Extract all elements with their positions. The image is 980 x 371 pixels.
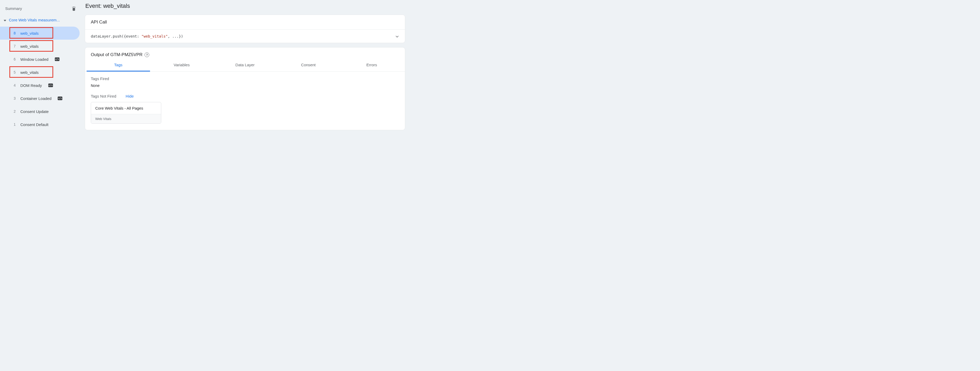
tags-not-fired-row: Tags Not Fired Hide xyxy=(91,94,399,98)
summary-row[interactable]: Summary xyxy=(0,3,82,14)
output-tabs: TagsVariablesData LayerConsentErrors xyxy=(85,59,405,72)
event-name: Container Loaded xyxy=(20,96,51,101)
api-call-code: dataLayer.push({event: "web_vitals", ...… xyxy=(91,34,183,38)
event-number: 3 xyxy=(13,96,16,100)
summary-label: Summary xyxy=(5,6,22,11)
sidebar: Summary Core Web Vitals measurem... 8web… xyxy=(0,0,82,154)
event-item[interactable]: 8web_vitals xyxy=(0,27,80,40)
tab-errors[interactable]: Errors xyxy=(340,59,403,72)
event-number: 7 xyxy=(13,44,16,48)
event-item[interactable]: 6Window Loaded</> xyxy=(0,53,80,66)
event-item[interactable]: 5web_vitals xyxy=(0,66,80,79)
caret-down-icon xyxy=(4,19,6,21)
api-code-suffix: , ...}) xyxy=(168,34,183,38)
event-item[interactable]: 1Consent Default xyxy=(0,118,80,131)
output-card: Output of GTM-PMZ5VPR ? TagsVariablesDat… xyxy=(85,47,405,130)
output-title: Output of GTM-PMZ5VPR xyxy=(91,52,142,57)
not-fired-tag-title: Core Web Vitals - All Pages xyxy=(91,102,161,114)
tags-fired-value: None xyxy=(91,83,399,88)
sidebar-group[interactable]: Core Web Vitals measurem... xyxy=(0,14,82,25)
event-name: web_vitals xyxy=(20,70,39,75)
api-code-prefix: dataLayer.push({event: xyxy=(91,34,142,38)
page-title-event: web_vitals xyxy=(103,3,130,9)
event-item[interactable]: 4DOM Ready</> xyxy=(0,79,80,92)
event-item[interactable]: 3Container Loaded</> xyxy=(0,92,80,105)
event-list: 8web_vitals7web_vitals6Window Loaded</>5… xyxy=(0,25,82,131)
tab-tags[interactable]: Tags xyxy=(87,59,150,72)
output-header: Output of GTM-PMZ5VPR ? xyxy=(85,48,405,59)
api-code-string: "web_vitals" xyxy=(142,34,168,38)
event-name: web_vitals xyxy=(20,44,39,49)
tab-consent[interactable]: Consent xyxy=(277,59,340,72)
tab-data-layer[interactable]: Data Layer xyxy=(213,59,277,72)
event-name: Consent Update xyxy=(20,109,49,114)
main-content: Event: web_vitals API Call dataLayer.pus… xyxy=(82,0,408,154)
chevron-down-icon[interactable] xyxy=(395,34,399,38)
event-item[interactable]: 2Consent Update xyxy=(0,105,80,118)
output-title-prefix: Output of xyxy=(91,52,110,57)
tags-not-fired-label: Tags Not Fired xyxy=(91,94,116,98)
tags-panel: Tags Fired None Tags Not Fired Hide Core… xyxy=(85,72,405,130)
clear-icon[interactable] xyxy=(71,5,77,11)
not-fired-tag-card[interactable]: Core Web Vitals - All Pages Web Vitals xyxy=(91,102,161,124)
page-title-prefix: Event: xyxy=(85,3,103,9)
event-item[interactable]: 7web_vitals xyxy=(0,40,80,53)
tab-variables[interactable]: Variables xyxy=(150,59,213,72)
event-name: Window Loaded xyxy=(20,57,49,62)
event-number: 2 xyxy=(13,109,16,113)
output-container-id: GTM-PMZ5VPR xyxy=(110,52,143,57)
event-number: 5 xyxy=(13,70,16,74)
help-icon[interactable]: ? xyxy=(145,53,149,57)
hide-link[interactable]: Hide xyxy=(126,94,134,98)
code-badge-icon: </> xyxy=(48,83,53,87)
page-title: Event: web_vitals xyxy=(85,2,405,10)
api-call-body[interactable]: dataLayer.push({event: "web_vitals", ...… xyxy=(85,30,405,43)
event-number: 6 xyxy=(13,57,16,61)
event-name: web_vitals xyxy=(20,31,39,35)
api-call-card: API Call dataLayer.push({event: "web_vit… xyxy=(85,14,405,43)
code-badge-icon: </> xyxy=(58,97,62,100)
event-name: Consent Default xyxy=(20,123,49,127)
group-label: Core Web Vitals measurem... xyxy=(9,18,60,22)
api-call-header: API Call xyxy=(85,15,405,30)
event-number: 8 xyxy=(13,31,16,35)
event-number: 1 xyxy=(13,123,16,127)
not-fired-tag-subtitle: Web Vitals xyxy=(91,114,161,123)
code-badge-icon: </> xyxy=(55,57,59,61)
event-number: 4 xyxy=(13,83,16,88)
tags-fired-label: Tags Fired xyxy=(91,76,399,81)
event-name: DOM Ready xyxy=(20,83,42,88)
